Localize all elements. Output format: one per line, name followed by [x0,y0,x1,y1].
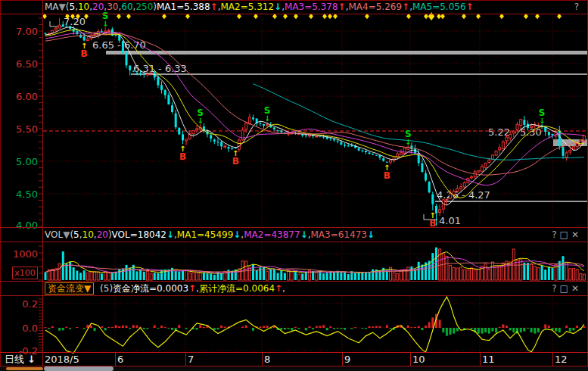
header-segment: 60 [121,1,132,13]
header-segment: ↑ [402,1,409,13]
horizontal-scrollbar[interactable] [0,366,588,371]
header-segment: VOL=18042 [112,229,166,241]
header-segment: MA2=5.312 [220,1,274,13]
svg-text:B: B [179,151,186,162]
date-axis-label: 8 [264,354,270,366]
month-separator [552,353,553,366]
flow-axis-label: 0.0 [0,323,38,334]
header-segment: ↓ [233,229,241,241]
period-selector[interactable]: 日线 ↓ [5,354,36,366]
svg-text:6.31 - 6.33: 6.31 - 6.33 [133,63,187,74]
help-icon[interactable]: ? [552,229,559,240]
svg-text:↓: ↓ [102,20,108,28]
header-segment: 资金净流=0.0003 [113,282,188,295]
header-segment: ↓ [274,1,282,13]
ma-indicator-dropdown[interactable]: MA▼ (5,10,20,30,60,250) MA1=5.388 ↑ ,MA2… [45,1,474,13]
header-segment: 5 [73,229,79,241]
header-segment: ↓ [367,229,375,241]
header-segment: (5) [100,282,113,295]
flow-window-icons: ?□✕ [552,282,582,295]
header-segment: MA [45,1,59,13]
close-icon[interactable]: ✕ [571,229,582,240]
arrow-down-icon: ↓ [27,354,36,365]
header-segment: 累计净流=0.0064 [199,282,275,295]
date-axis-label: 12 [555,354,568,366]
svg-text:↓: ↓ [264,114,270,123]
volume-indicator-header: VOL▼ (5,10,20) VOL=18042 ↓ ,MA1=45499 ↓ … [45,229,543,241]
vol-multiplier-badge: x100 [12,267,38,279]
header-segment: MA5=5.056 [412,1,466,13]
header-segment: 20 [97,229,108,241]
header-segment: ↓ [166,229,174,241]
panel-divider-main-vol [0,227,588,228]
header-segment: MA3=61473 [311,229,367,241]
header-segment: 10 [82,229,94,241]
annotations: 7.206.65 - 6.706.31 - 6.335.22 - 5.304.2… [64,16,542,226]
header-segment: MA1=45499 [177,229,233,241]
month-separator [480,353,481,366]
chart-canvas: 7.206.65 - 6.706.31 - 6.335.22 - 5.304.2… [0,0,588,371]
month-separator [410,353,411,366]
svg-text:B: B [81,48,88,59]
header-segment: ↑ [210,1,218,13]
header-segment: 5 [69,1,75,13]
price-axis-label: 6.00 [0,91,38,102]
scrollbar-segment-orange[interactable] [6,367,43,370]
panel-divider-vol-flow [0,281,588,282]
vol-indicator-dropdown[interactable]: VOL▼ (5,10,20) VOL=18042 ↓ ,MA1=45499 ↓ … [45,229,375,241]
header-segment: MA3=5.378 [285,1,338,13]
scrollbar-thumb[interactable] [44,366,114,371]
header-segment: ▼ [59,1,66,13]
maximize-icon[interactable]: □ [560,229,571,240]
flow-indicator-dropdown[interactable]: 资金流变▼ [45,282,94,295]
header-segment: ↑ [338,1,346,13]
price-axis-label: 5.00 [0,156,38,167]
flow-indicator-header: 资金流变▼ (5) 资金净流=0.0003 ↑ ,累计净流=0.0064 ↑ , [45,282,543,295]
header-segment: MA1=5.388 [157,1,210,13]
date-axis-label: 2018/5 [45,354,79,366]
svg-text:↓: ↓ [198,117,204,125]
maximize-icon[interactable]: □ [560,283,571,294]
stock-chart-window: 7.206.65 - 6.706.31 - 6.335.22 - 5.304.2… [0,0,588,371]
price-axis-label: 6.50 [0,58,38,70]
main-help-icon[interactable]: ? [574,1,582,13]
header-segment: 30 [107,1,118,13]
header-segment: MA2=43877 [244,229,300,241]
header-segment: MA4=5.269 [348,1,402,13]
header-segment: ▼ [63,229,70,241]
svg-text:4.26 - 4.27: 4.26 - 4.27 [437,189,490,201]
flow-bars [45,314,586,336]
date-axis-label: 11 [482,354,495,366]
header-segment: 10 [78,1,89,13]
month-separator [115,353,116,366]
svg-text:B: B [384,170,390,181]
date-axis-label: 9 [344,354,350,366]
header-segment: VOL [45,229,63,241]
month-separator [342,353,343,366]
date-axis-label: 6 [117,354,123,366]
price-axis-label: 7.00 [0,26,38,37]
price-axis-label: 4.50 [0,189,38,200]
date-axis-label: 10 [412,354,425,366]
help-icon[interactable]: ? [552,283,559,294]
month-separator [185,353,186,366]
header-segment: ↑ [188,282,196,295]
price-axis-label: 5.50 [0,123,38,135]
svg-text:4.01: 4.01 [439,215,461,226]
main-indicator-header: MA▼ (5,10,20,30,60,250) MA1=5.388 ↑ ,MA2… [45,1,573,13]
divider [0,14,588,14]
divider [0,295,588,296]
divider [0,352,588,353]
vol-window-icons: ?□✕ [552,229,582,241]
svg-text:↓: ↓ [539,117,545,125]
flow-axis-label: 0.2 [0,298,38,310]
svg-text:B: B [232,156,239,167]
header-segment: , [282,282,285,295]
divider [0,242,588,242]
chevron-down-icon: ▼ [84,283,91,294]
header-segment: ↑ [466,1,474,13]
close-icon[interactable]: ✕ [571,283,582,294]
date-axis-label: 7 [188,354,194,366]
month-separator [262,353,263,366]
header-segment: 20 [92,1,104,13]
